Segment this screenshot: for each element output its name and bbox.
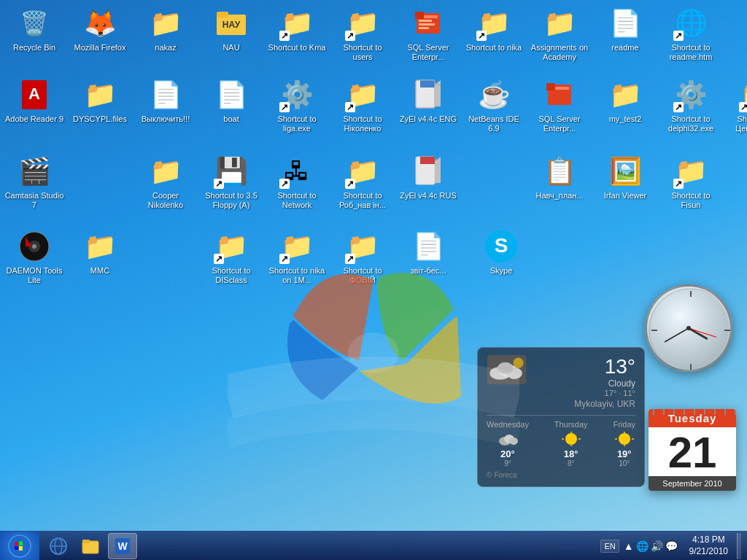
icon-shortcut-nikolenko[interactable]: 📁 ↗ Shortcut to Ніколенко <box>330 73 395 136</box>
svg-rect-19 <box>420 157 435 164</box>
icon-zyxel-rus[interactable]: ZyEl v4.4c RUS <box>395 149 461 213</box>
taskbar-date: 9/21/2010 <box>689 546 728 558</box>
icon-daemon[interactable]: DAEMON Tools Lite <box>1 225 67 288</box>
system-tray: ▲ 🌐 🔊 💬 <box>624 540 678 552</box>
language-button[interactable]: EN <box>600 540 619 553</box>
svg-rect-2 <box>217 12 228 18</box>
svg-rect-17 <box>546 83 555 90</box>
clock-widget[interactable] <box>645 284 732 372</box>
tray-network[interactable]: 🌐 <box>636 540 649 552</box>
icon-zyxel-eng[interactable]: ZyEl v4.4c ENG <box>395 73 461 136</box>
icon-irfan[interactable]: 🖼️ Irfan Viewer <box>592 149 658 213</box>
tray-volume[interactable]: 🔊 <box>651 540 663 552</box>
tray-action-center[interactable]: 💬 <box>665 540 678 552</box>
icon-shortcut-delphi[interactable]: ⚙️ ↗ Shortcut to delphi32.exe <box>658 73 724 136</box>
icon-nakaz[interactable]: 📁 nakaz <box>133 1 198 65</box>
calendar-month-year: September 2010 <box>649 476 736 491</box>
icon-shortcut-nika[interactable]: 📁 ↗ Shortcut to nika <box>461 1 527 65</box>
svg-point-22 <box>32 244 36 249</box>
forecast-friday: Friday 19° 10° <box>613 420 635 467</box>
svg-point-39 <box>565 433 577 445</box>
svg-rect-55 <box>82 540 90 543</box>
icon-recycle-bin[interactable]: 🗑️ Recycle Bin <box>1 1 67 65</box>
icon-assignments[interactable]: 📁 Assignments on Academy <box>527 1 592 65</box>
clock-face <box>645 284 732 372</box>
icon-boat[interactable]: 📄 boat <box>198 73 264 136</box>
icon-shortcut-rob[interactable]: 📁 ↗ Shortcut to Роб_нав ін... <box>330 149 395 213</box>
icon-camtasia[interactable]: 🎬 Camtasia Studio 7 <box>1 149 67 213</box>
windows-logo <box>228 251 519 487</box>
svg-text:A: A <box>28 85 40 103</box>
icon-shortcut-kma[interactable]: 📁 ↗ Shortcut to Kma <box>264 1 330 65</box>
svg-point-53 <box>50 538 66 554</box>
svg-rect-8 <box>419 27 429 29</box>
icon-vykluchyt[interactable]: 📄 Выключить!!! <box>133 73 198 136</box>
tray-arrow[interactable]: ▲ <box>624 540 634 552</box>
taskbar-explorer[interactable] <box>76 533 105 559</box>
svg-point-44 <box>619 433 630 445</box>
icon-nau[interactable]: НАУ NAU <box>198 1 264 65</box>
icon-shortcut-network[interactable]: 🖧 ↗ Shortcut to Network <box>264 149 330 213</box>
svg-text:НАУ: НАУ <box>222 20 241 30</box>
svg-rect-13 <box>420 80 435 88</box>
taskbar-word[interactable]: W <box>108 533 137 559</box>
weather-temperature: 13° <box>574 355 635 378</box>
taskbar-time: 4:18 PM <box>692 534 725 546</box>
calendar-day: 21 <box>649 427 736 476</box>
weather-range: 17° · 11° <box>574 389 635 397</box>
svg-rect-6 <box>419 20 432 22</box>
icon-shortcut-fisun[interactable]: 📁 ↗ Shortcut to Fisun <box>658 149 724 213</box>
svg-rect-9 <box>415 12 424 19</box>
taskbar-ie[interactable] <box>44 533 73 559</box>
icon-my-test2[interactable]: 📁 my_test2 <box>592 73 658 136</box>
start-button[interactable] <box>0 532 39 561</box>
icon-navcplan[interactable]: 📋 Навч_план... <box>527 149 592 213</box>
weather-city: Mykolayiv, UKR <box>574 399 635 409</box>
icon-sql-server[interactable]: SQL Server Enterpr... <box>395 1 461 65</box>
icon-shortcut-centr[interactable]: 📁 ↗ Shortcut to Центр_за... <box>724 73 747 136</box>
icon-firefox[interactable]: 🦊 Mozilla Firefox <box>67 1 133 65</box>
show-desktop-button[interactable] <box>737 533 741 559</box>
icon-shortcut-floppy[interactable]: 💾 ↗ Shortcut to 3.5 Floppy (A) <box>198 149 264 213</box>
taskbar: W EN ▲ 🌐 🔊 💬 4:18 PM 9/21/2010 <box>0 531 747 560</box>
taskbar-clock[interactable]: 4:18 PM 9/21/2010 <box>686 534 731 557</box>
icon-adobe-reader[interactable]: A Adobe Reader 9 <box>1 73 67 136</box>
weather-condition: Cloudy <box>574 378 635 389</box>
icon-shortcut-liga[interactable]: ⚙️ ↗ Shortcut to liga.exe <box>264 73 330 136</box>
icon-readme[interactable]: 📄 readme <box>592 1 658 65</box>
svg-text:W: W <box>117 540 128 552</box>
icon-mmc[interactable]: 📁 MMC <box>67 225 133 288</box>
icon-sql-server2[interactable]: SQL Server Enterpr... <box>527 73 592 136</box>
taskbar-items: W <box>39 532 595 560</box>
calendar-widget[interactable]: Tuesday 21 September 2010 <box>649 409 736 491</box>
icon-shortcut-readme[interactable]: 🌐 ↗ Shortcut to readme.htm <box>658 1 724 65</box>
svg-rect-7 <box>419 23 435 26</box>
taskbar-right: EN ▲ 🌐 🔊 💬 4:18 PM 9/21/2010 <box>595 532 747 560</box>
icon-dyscypl[interactable]: 📁 DYSCYPL.files <box>67 73 133 136</box>
forecast-thursday: Thursday 18° 8° <box>554 420 588 467</box>
desktop: 🗑️ Recycle Bin 🦊 Mozilla Firefox 📁 nakaz… <box>0 0 747 531</box>
icon-cooper-nikolenko[interactable]: 📁 Cooper Nikolenko <box>133 149 198 213</box>
icon-shortcut-users[interactable]: 📁 ↗ Shortcut to users <box>330 1 395 65</box>
icon-netbeans[interactable]: ☕ NetBeans IDE 6.9 <box>461 73 527 136</box>
